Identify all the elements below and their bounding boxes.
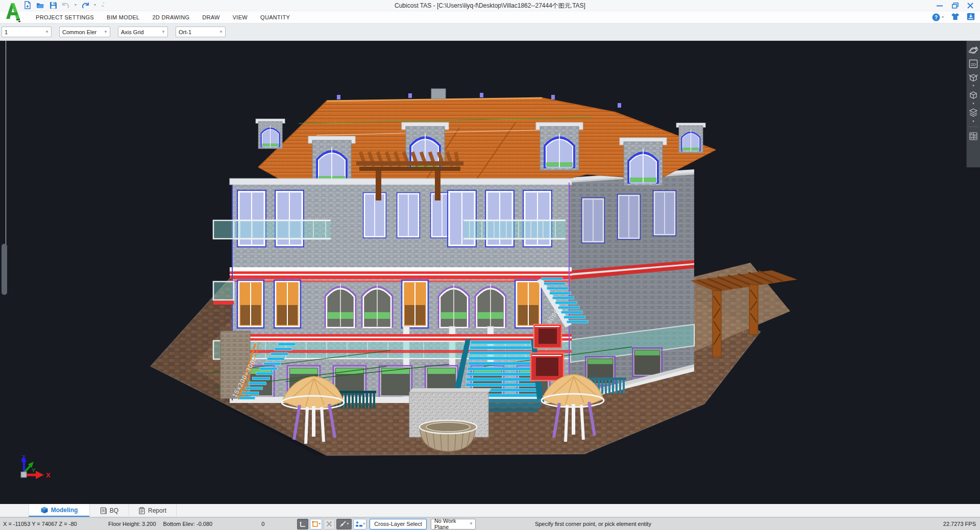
snap-toggle-group: ▾ ▾ ▾ — [297, 519, 366, 529]
red-planter-boxes — [531, 324, 564, 381]
orbit-view-button[interactable] — [968, 45, 979, 56]
layers-button[interactable] — [968, 107, 979, 118]
cube-view-button[interactable] — [968, 89, 979, 100]
element-table-button[interactable] — [968, 131, 979, 142]
menu-2d-drawing[interactable]: 2D DRAWING — [152, 14, 189, 20]
3d-viewport[interactable]: 15x200=3000 — [0, 41, 980, 504]
window-title: Cubicost TAS - [C:\Users\liyq-f\Desktop\… — [0, 0, 980, 11]
cross-layer-select-button[interactable]: Cross-Layer Select — [370, 519, 427, 529]
download-update-button[interactable] — [967, 13, 975, 22]
restore-button[interactable] — [947, 0, 963, 11]
report-clipboard-icon — [139, 507, 145, 514]
command-prompt-text: Specify first corner point, or pick elem… — [535, 521, 651, 527]
menu-project-settings[interactable]: PROJECT SETTINGS — [36, 14, 94, 20]
coordinate-axes-toggle-button[interactable] — [297, 519, 308, 529]
tab-bq[interactable]: BQ — [89, 504, 129, 517]
modeling-cube-icon — [41, 507, 48, 514]
svg-text:?: ? — [935, 15, 938, 20]
workspace-tab-bar: Modeling BQ Report — [0, 504, 980, 517]
tab-spacer — [0, 504, 29, 517]
bq-document-icon — [100, 507, 107, 514]
minimize-button[interactable] — [932, 0, 947, 11]
axis-triad-gizmo: Z Y X — [21, 455, 51, 479]
floor-select[interactable]: 1▼ — [2, 27, 52, 37]
svg-text:2D: 2D — [971, 62, 976, 67]
left-scrollbar-thumb[interactable] — [2, 244, 7, 295]
menu-draw[interactable]: DRAW — [202, 14, 219, 20]
cursor-coordinates: X = -11053 Y = 74067 Z = -80 — [3, 521, 85, 527]
element-toolbar: 1▼ Common Eler▼ Axis Grid▼ Ort-1▼ — [0, 23, 980, 41]
cube-view-dropdown-icon[interactable]: ▾ — [972, 102, 974, 105]
grid-snap-button[interactable]: ▾ — [353, 519, 366, 529]
menu-view[interactable]: VIEW — [233, 14, 248, 20]
element-type-select[interactable]: Axis Grid▼ — [118, 27, 168, 37]
element-category-select[interactable]: Common Eler▼ — [59, 27, 110, 37]
view-tool-strip: 2D ▾ ▾ ▾ — [966, 41, 980, 167]
fps-readout: 22.7273 FPS — [943, 521, 980, 527]
svg-text:Y: Y — [32, 467, 36, 473]
view-2d-button[interactable]: 2D — [968, 58, 979, 69]
bottom-elevation-readout: Bottom Elev: -0.080 — [163, 521, 213, 527]
svg-text:X: X — [46, 471, 51, 479]
angle-snap-button[interactable]: ▾ — [336, 519, 352, 529]
element-frame-display-button[interactable]: ▾ — [310, 519, 322, 529]
element-name-select[interactable]: Ort-1▼ — [176, 27, 226, 37]
menu-bar: PROJECT SETTINGS BIM MODEL 2D DRAWING DR… — [0, 11, 980, 23]
isometric-view-button[interactable] — [968, 71, 979, 83]
theme-skin-button[interactable] — [951, 13, 960, 22]
left-panel-divider[interactable] — [6, 41, 6, 245]
close-button[interactable] — [963, 0, 978, 11]
status-bar: X = -11053 Y = 74067 Z = -80 Floor Heigh… — [0, 517, 980, 530]
disabled-cross-button — [324, 519, 335, 529]
title-bar: ▾ ▾ ⌄̄ Cubicost TAS - [C:\Users\liyq-f\D… — [0, 0, 980, 11]
selection-count: 0 — [261, 521, 264, 527]
menu-quantity[interactable]: QUANTITY — [260, 14, 290, 20]
layers-dropdown-icon[interactable]: ▾ — [972, 119, 974, 123]
balcony-rail-right — [463, 220, 566, 240]
3d-model-canvas[interactable]: 15x200=3000 — [0, 41, 980, 504]
menu-bim-model[interactable]: BIM MODEL — [107, 14, 139, 20]
isometric-view-dropdown-icon[interactable]: ▾ — [972, 84, 974, 87]
help-button[interactable]: ? ▾ — [932, 13, 944, 21]
building-right-wing — [569, 169, 694, 403]
floor-height-readout: Floor Height: 3.200 — [108, 521, 156, 527]
balcony-rail-left — [234, 220, 331, 240]
tool-strip-divider — [968, 127, 978, 127]
work-plane-select[interactable]: No Work Plane▼ — [431, 519, 476, 529]
app-logo-icon[interactable] — [4, 1, 22, 22]
tab-modeling[interactable]: Modeling — [29, 504, 90, 517]
tab-report[interactable]: Report — [129, 504, 177, 517]
